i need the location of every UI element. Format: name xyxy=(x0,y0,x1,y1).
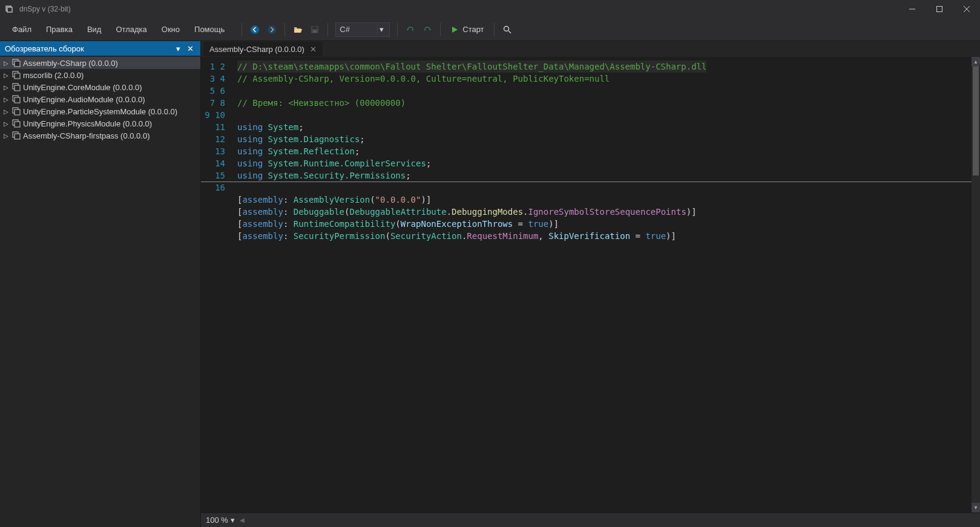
svg-rect-3 xyxy=(936,7,942,12)
menu-help[interactable]: Помощь xyxy=(187,21,232,38)
menubar: Файл Правка Вид Отладка Окно Помощь C# ▾ xyxy=(0,18,980,41)
app-icon xyxy=(5,4,15,14)
tree-item[interactable]: ▷ Assembly-CSharp (0.0.0.0) xyxy=(0,57,200,69)
assembly-explorer-panel: Обозреватель сборок ▾ ✕ ▷ Assembly-CShar… xyxy=(0,41,201,527)
svg-rect-20 xyxy=(15,97,20,103)
assembly-icon xyxy=(12,131,23,140)
svg-line-12 xyxy=(508,31,511,33)
code-content[interactable]: // D:\steam\steamapps\common\Fallout She… xyxy=(234,57,980,512)
separator-line xyxy=(201,182,972,182)
menu-file[interactable]: Файл xyxy=(5,21,39,38)
tree-item[interactable]: ▷ mscorlib (2.0.0.0) xyxy=(0,69,200,81)
expand-icon[interactable]: ▷ xyxy=(4,72,12,79)
close-icon[interactable]: ✕ xyxy=(185,43,196,54)
svg-point-7 xyxy=(268,25,276,34)
separator xyxy=(327,23,328,36)
open-button[interactable] xyxy=(290,22,306,38)
assembly-icon xyxy=(12,71,23,79)
editor-tabs: Assembly-CSharp (0.0.0.0) ✕ xyxy=(201,41,980,57)
undo-button[interactable] xyxy=(403,22,418,38)
panel-title: Обозреватель сборок xyxy=(5,44,171,53)
tree-item-label: UnityEngine.AudioModule (0.0.0.0) xyxy=(23,95,145,104)
nav-back-button[interactable] xyxy=(247,22,263,38)
tree-item-label: UnityEngine.CoreModule (0.0.0.0) xyxy=(23,83,142,92)
statusbar: 100 % ▾ ◀ xyxy=(201,512,980,527)
expand-icon[interactable]: ▷ xyxy=(4,108,12,115)
assembly-icon xyxy=(12,107,23,116)
start-button-label: Старт xyxy=(462,25,484,34)
scroll-down-button[interactable]: ▼ xyxy=(972,503,980,512)
separator xyxy=(440,23,441,36)
menu-debug[interactable]: Отладка xyxy=(108,21,154,38)
tree-item[interactable]: ▷ UnityEngine.PhysicsModule (0.0.0.0) xyxy=(0,117,200,129)
tree-item-label: UnityEngine.ParticleSystemModule (0.0.0.… xyxy=(23,107,177,116)
tab[interactable]: Assembly-CSharp (0.0.0.0) ✕ xyxy=(203,42,323,56)
svg-rect-9 xyxy=(312,27,317,29)
expand-icon[interactable]: ▷ xyxy=(4,60,12,67)
tree-item[interactable]: ▷ Assembly-CSharp-firstpass (0.0.0.0) xyxy=(0,129,200,142)
assembly-icon xyxy=(12,119,23,128)
close-button[interactable] xyxy=(953,0,980,18)
code-editor[interactable]: 1 2 3 4 5 6 7 8 9 10 11 12 13 14 15 16 /… xyxy=(201,57,980,512)
svg-rect-22 xyxy=(15,110,20,115)
tree-item-label: Assembly-CSharp (0.0.0.0) xyxy=(23,59,118,68)
language-combo[interactable]: C# ▾ xyxy=(335,22,390,37)
svg-rect-10 xyxy=(313,30,317,33)
svg-rect-14 xyxy=(15,61,20,67)
minimize-button[interactable] xyxy=(898,0,926,18)
close-icon[interactable]: ✕ xyxy=(309,45,318,53)
expand-icon[interactable]: ▷ xyxy=(4,96,12,103)
panel-dropdown-icon[interactable]: ▾ xyxy=(173,43,183,54)
scroll-left-button[interactable]: ◀ xyxy=(240,517,245,523)
nav-forward-button[interactable] xyxy=(264,22,280,38)
svg-point-6 xyxy=(251,25,259,34)
svg-rect-1 xyxy=(7,7,12,12)
tab-label: Assembly-CSharp (0.0.0.0) xyxy=(209,45,304,54)
expand-icon[interactable]: ▷ xyxy=(4,84,12,91)
separator xyxy=(397,23,398,36)
search-button[interactable] xyxy=(499,22,515,38)
zoom-combo[interactable]: 100 % ▾ xyxy=(206,516,235,525)
separator xyxy=(284,23,285,36)
save-button[interactable] xyxy=(307,22,323,38)
window-title: dnSpy v (32-bit) xyxy=(19,5,71,13)
play-icon xyxy=(450,25,459,34)
assembly-icon xyxy=(12,59,23,67)
expand-icon[interactable]: ▷ xyxy=(4,120,12,127)
separator xyxy=(494,23,495,36)
svg-rect-16 xyxy=(15,73,20,79)
svg-rect-26 xyxy=(15,134,20,139)
language-combo-value: C# xyxy=(340,25,350,34)
tree-item-label: Assembly-CSharp-firstpass (0.0.0.0) xyxy=(23,131,150,140)
maximize-button[interactable] xyxy=(926,0,953,18)
titlebar: dnSpy v (32-bit) xyxy=(0,0,980,18)
start-button[interactable]: Старт xyxy=(446,23,488,36)
svg-rect-18 xyxy=(15,85,20,91)
chevron-down-icon: ▾ xyxy=(231,516,235,525)
assembly-tree[interactable]: ▷ Assembly-CSharp (0.0.0.0) ▷ mscorlib (… xyxy=(0,56,200,527)
menu-edit[interactable]: Правка xyxy=(39,21,80,38)
expand-icon[interactable]: ▷ xyxy=(4,133,12,139)
panel-header: Обозреватель сборок ▾ ✕ xyxy=(0,41,200,56)
redo-button[interactable] xyxy=(419,22,435,38)
svg-rect-24 xyxy=(15,122,20,127)
line-gutter: 1 2 3 4 5 6 7 8 9 10 11 12 13 14 15 16 xyxy=(201,57,234,512)
scroll-thumb[interactable] xyxy=(973,67,979,175)
tree-item[interactable]: ▷ UnityEngine.ParticleSystemModule (0.0.… xyxy=(0,105,200,117)
tree-item-label: UnityEngine.PhysicsModule (0.0.0.0) xyxy=(23,119,152,128)
vertical-scrollbar[interactable]: ▲ ▼ xyxy=(972,57,980,512)
assembly-icon xyxy=(12,83,23,91)
svg-point-11 xyxy=(504,26,508,31)
tree-item-label: mscorlib (2.0.0.0) xyxy=(23,71,84,80)
scroll-up-button[interactable]: ▲ xyxy=(972,57,980,67)
chevron-down-icon: ▾ xyxy=(377,25,386,34)
menu-view[interactable]: Вид xyxy=(80,21,109,38)
tree-item[interactable]: ▷ UnityEngine.AudioModule (0.0.0.0) xyxy=(0,93,200,105)
assembly-icon xyxy=(12,95,23,103)
menu-window[interactable]: Окно xyxy=(154,21,187,38)
tree-item[interactable]: ▷ UnityEngine.CoreModule (0.0.0.0) xyxy=(0,81,200,93)
separator xyxy=(242,23,242,36)
